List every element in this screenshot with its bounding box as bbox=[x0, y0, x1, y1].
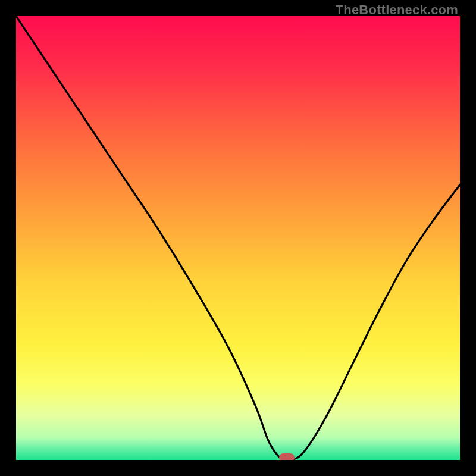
chart-frame: TheBottleneck.com bbox=[0, 0, 476, 476]
optimal-point-marker bbox=[279, 453, 295, 460]
bottleneck-curve bbox=[16, 16, 460, 460]
plot-area bbox=[16, 16, 460, 460]
